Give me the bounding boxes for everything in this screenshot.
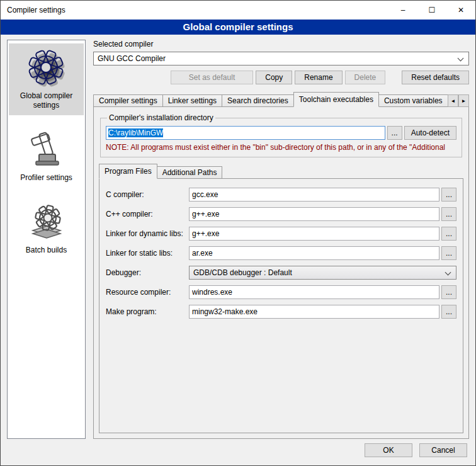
resource-compiler-label: Resource compiler:	[106, 288, 189, 297]
chevron-down-icon	[458, 55, 464, 62]
reset-defaults-button[interactable]: Reset defaults	[402, 71, 469, 84]
sidebar-item-batch-builds[interactable]: Batch builds	[9, 198, 84, 260]
sidebar-item-label: Batch builds	[10, 246, 82, 255]
tab-scroll-right-button[interactable]: ►	[458, 94, 469, 107]
maximize-button[interactable]: ☐	[417, 1, 446, 20]
main-panel: Selected compiler GNU GCC Compiler Set a…	[93, 40, 469, 439]
tab-toolchain-executables[interactable]: Toolchain executables	[293, 92, 379, 107]
delete-button[interactable]: Delete	[345, 71, 386, 84]
set-as-default-button[interactable]: Set as default	[171, 71, 253, 84]
debugger-label: Debugger:	[106, 268, 189, 277]
compiler-combobox-value: GNU GCC Compiler	[98, 54, 166, 63]
titlebar: Compiler settings – ☐ ✕	[1, 1, 475, 20]
cpp-compiler-label: C++ compiler:	[106, 210, 189, 219]
copy-button[interactable]: Copy	[256, 71, 292, 84]
field-row-c-compiler: C compiler: ...	[106, 188, 456, 202]
sidebar-item-label: Global compiler settings	[10, 91, 82, 110]
sidebar-item-global-compiler-settings[interactable]: Global compiler settings	[9, 43, 84, 115]
selected-compiler-label: Selected compiler	[93, 40, 469, 48]
tab-scroll-left-button[interactable]: ◄	[448, 94, 458, 107]
tab-linker-settings[interactable]: Linker settings	[162, 94, 222, 107]
c-compiler-browse-button[interactable]: ...	[441, 188, 456, 202]
profiler-tool-icon	[26, 129, 67, 169]
resource-compiler-input[interactable]	[189, 285, 439, 299]
field-row-linker-dynamic: Linker for dynamic libs: ...	[106, 227, 456, 241]
auto-detect-button[interactable]: Auto-detect	[404, 126, 456, 140]
window-title: Compiler settings	[1, 6, 65, 14]
rename-button[interactable]: Rename	[295, 71, 342, 84]
tab-custom-variables[interactable]: Custom variables	[378, 94, 448, 107]
minimize-button[interactable]: –	[388, 1, 417, 20]
linker-dynamic-label: Linker for dynamic libs:	[106, 229, 189, 238]
sidebar-item-label: Profiler settings	[10, 173, 82, 183]
debugger-combobox-value: GDB/CDB debugger : Default	[193, 268, 292, 277]
field-row-resource-compiler: Resource compiler: ...	[106, 285, 456, 299]
installation-directory-row: C:\raylib\MinGW ... Auto-detect	[106, 126, 456, 140]
make-program-input[interactable]	[189, 305, 439, 319]
linker-dynamic-browse-button[interactable]: ...	[441, 227, 456, 241]
subtab-additional-paths[interactable]: Additional Paths	[157, 166, 223, 179]
linker-static-label: Linker for static libs:	[106, 249, 189, 258]
chevron-down-icon	[445, 270, 451, 276]
toolchain-executables-panel: Compiler's installation directory C:\ray…	[93, 106, 469, 439]
tab-search-directories[interactable]: Search directories	[222, 94, 294, 107]
dialog-footer: OK Cancel	[1, 441, 475, 465]
c-compiler-label: C compiler:	[106, 190, 189, 199]
field-row-make-program: Make program: ...	[106, 305, 456, 319]
note-text: NOTE: All programs must exist either in …	[106, 143, 456, 152]
compiler-combobox[interactable]: GNU GCC Compiler	[93, 52, 469, 65]
gray-gear-stack-icon	[26, 202, 67, 242]
installation-directory-group-title: Compiler's installation directory	[107, 113, 215, 122]
compiler-buttons-row: Set as default Copy Rename Delete Reset …	[93, 71, 469, 84]
compiler-settings-window: Compiler settings – ☐ ✕ Global compiler …	[0, 0, 476, 466]
tabs-container: Compiler settings Linker settings Search…	[93, 92, 448, 107]
program-files-panel: C compiler: ... C++ compiler: ...	[99, 178, 463, 433]
installation-directory-group: Compiler's installation directory C:\ray…	[100, 113, 462, 157]
ok-button[interactable]: OK	[365, 443, 412, 457]
window-controls: – ☐ ✕	[388, 1, 475, 20]
close-button[interactable]: ✕	[446, 1, 475, 20]
installation-directory-value: C:\raylib\MinGW	[108, 128, 163, 137]
dialog-body: Global compiler settings Profiler settin…	[1, 35, 475, 441]
sidebar-item-profiler-settings[interactable]: Profiler settings	[9, 125, 84, 188]
subtab-program-files[interactable]: Program Files	[99, 164, 157, 179]
cpp-compiler-browse-button[interactable]: ...	[441, 207, 456, 221]
dialog-banner: Global compiler settings	[1, 20, 475, 35]
settings-category-list: Global compiler settings Profiler settin…	[7, 40, 86, 439]
program-files-tabstrip: Program Files Additional Paths	[99, 164, 463, 179]
cpp-compiler-input[interactable]	[189, 207, 439, 221]
browse-directory-button[interactable]: ...	[387, 126, 402, 140]
linker-static-browse-button[interactable]: ...	[441, 246, 456, 260]
settings-tabstrip: Compiler settings Linker settings Search…	[93, 92, 469, 107]
field-row-linker-static: Linker for static libs: ...	[106, 246, 456, 260]
make-program-browse-button[interactable]: ...	[441, 305, 456, 319]
field-row-debugger: Debugger: GDB/CDB debugger : Default	[106, 266, 456, 280]
debugger-combobox[interactable]: GDB/CDB debugger : Default	[189, 266, 456, 280]
make-program-label: Make program:	[106, 307, 189, 316]
field-row-cpp-compiler: C++ compiler: ...	[106, 207, 456, 221]
installation-directory-input[interactable]: C:\raylib\MinGW	[106, 126, 385, 140]
tab-compiler-settings[interactable]: Compiler settings	[93, 94, 163, 107]
resource-compiler-browse-button[interactable]: ...	[441, 285, 456, 299]
linker-static-input[interactable]	[189, 246, 439, 260]
linker-dynamic-input[interactable]	[189, 227, 439, 241]
cancel-button[interactable]: Cancel	[419, 443, 467, 457]
c-compiler-input[interactable]	[189, 188, 439, 202]
blue-gear-icon	[26, 47, 67, 88]
